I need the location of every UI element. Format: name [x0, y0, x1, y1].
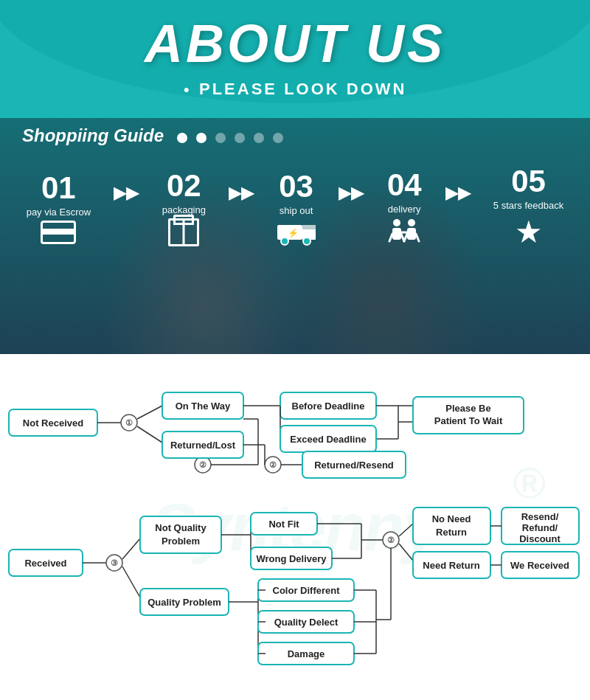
box-icon — [168, 218, 199, 246]
svg-text:③: ③ — [111, 558, 118, 567]
arrow-2: ▶▶ — [229, 184, 254, 203]
step-2-label: packaging — [162, 204, 206, 215]
svg-text:We Received: We Received — [510, 560, 569, 571]
arrow-3: ▶▶ — [339, 184, 364, 203]
svg-text:Returned/Lost: Returned/Lost — [170, 440, 236, 451]
svg-text:Before Deadline: Before Deadline — [292, 401, 365, 412]
steps-row: 01 pay via Escrow ▶▶ 02 packaging ▶▶ 03 … — [0, 166, 590, 250]
step-4: 04 delivery — [386, 170, 422, 247]
step-1: 01 pay via Escrow — [27, 173, 91, 244]
svg-text:Return: Return — [436, 527, 467, 538]
svg-line-13 — [404, 234, 407, 241]
svg-text:Quality Problem: Quality Problem — [148, 597, 221, 608]
svg-rect-8 — [392, 228, 401, 240]
svg-text:①: ① — [125, 418, 133, 427]
svg-line-77 — [399, 544, 413, 561]
step-3-label: ship out — [280, 205, 313, 216]
dot-3 — [215, 133, 226, 143]
svg-line-9 — [389, 234, 392, 241]
guide-dots — [177, 133, 283, 143]
dot-1 — [177, 133, 187, 143]
svg-text:Problem: Problem — [162, 536, 200, 547]
svg-point-11 — [408, 219, 415, 226]
svg-text:Discount: Discount — [519, 533, 560, 544]
svg-line-57 — [122, 538, 140, 559]
svg-point-5 — [303, 238, 310, 245]
dot-4 — [235, 133, 245, 143]
svg-point-7 — [393, 219, 400, 226]
svg-text:Not Received: Not Received — [23, 417, 83, 429]
svg-text:⚡: ⚡ — [288, 227, 299, 238]
svg-line-42 — [137, 426, 162, 443]
svg-text:Exceed Deadline: Exceed Deadline — [290, 434, 366, 445]
step-4-label: delivery — [388, 204, 421, 215]
flowchart-svg: .fc-node { fill: white; stroke: #1ab5b5;… — [7, 369, 583, 686]
svg-text:Quality Delect: Quality Delect — [274, 617, 339, 628]
star-icon: ★ — [515, 214, 543, 250]
shopping-guide-label: Shoppiing Guide — [22, 125, 164, 146]
svg-text:On The Way: On The Way — [176, 401, 231, 412]
bottom-section: Syntenny ® .fc-node { fill: white; strok… — [0, 354, 590, 700]
svg-text:②: ② — [199, 460, 206, 469]
svg-line-61 — [122, 566, 140, 597]
svg-line-21 — [137, 406, 162, 419]
svg-point-4 — [281, 238, 288, 245]
svg-text:Received: Received — [24, 558, 66, 569]
svg-text:Need Return: Need Return — [423, 560, 479, 571]
person-icon — [386, 218, 422, 247]
svg-text:Patient To Wait: Patient To Wait — [434, 415, 503, 426]
dot-5 — [254, 133, 264, 143]
svg-text:Refund/: Refund/ — [522, 522, 558, 533]
svg-text:Wrong Delivery: Wrong Delivery — [256, 553, 327, 564]
step-5-num: 05 — [511, 166, 546, 197]
step-2-num: 02 — [167, 170, 201, 201]
dot-2 — [196, 133, 206, 143]
truck-icon: ⚡ — [277, 219, 316, 246]
svg-text:Not Quality: Not Quality — [155, 522, 206, 533]
svg-text:②: ② — [269, 460, 277, 469]
arrow-1: ▶▶ — [114, 184, 139, 203]
dot-6 — [273, 133, 283, 143]
step-3: 03 ship out ⚡ — [277, 171, 316, 246]
page-title: ABOUT US — [0, 13, 590, 74]
svg-text:Resend/: Resend/ — [521, 511, 559, 522]
svg-line-76 — [399, 524, 413, 536]
svg-text:Not Fit: Not Fit — [268, 519, 299, 530]
step-2: 02 packaging — [162, 170, 206, 246]
step-5: 05 5 stars feedback ★ — [493, 166, 563, 250]
svg-text:Color Different: Color Different — [273, 585, 341, 596]
top-section: ABOUT US PLEASE LOOK DOWN Shoppiing Guid… — [0, 0, 590, 354]
subtitle: PLEASE LOOK DOWN — [0, 80, 590, 99]
step-3-num: 03 — [279, 171, 313, 202]
svg-rect-12 — [407, 228, 416, 240]
flowchart: .fc-node { fill: white; stroke: #1ab5b5;… — [7, 369, 583, 686]
svg-text:Please Be: Please Be — [445, 403, 490, 414]
card-icon — [41, 221, 76, 244]
svg-line-14 — [416, 234, 419, 241]
svg-text:No Need: No Need — [432, 513, 471, 524]
svg-text:Returned/Resend: Returned/Resend — [314, 460, 394, 471]
svg-text:②: ② — [387, 536, 395, 544]
step-5-label: 5 stars feedback — [493, 200, 563, 211]
svg-text:Damage: Damage — [288, 648, 325, 659]
arrow-4: ▶▶ — [445, 184, 471, 203]
step-4-num: 04 — [387, 170, 422, 201]
step-1-num: 01 — [41, 173, 76, 204]
step-1-label: pay via Escrow — [27, 207, 91, 218]
